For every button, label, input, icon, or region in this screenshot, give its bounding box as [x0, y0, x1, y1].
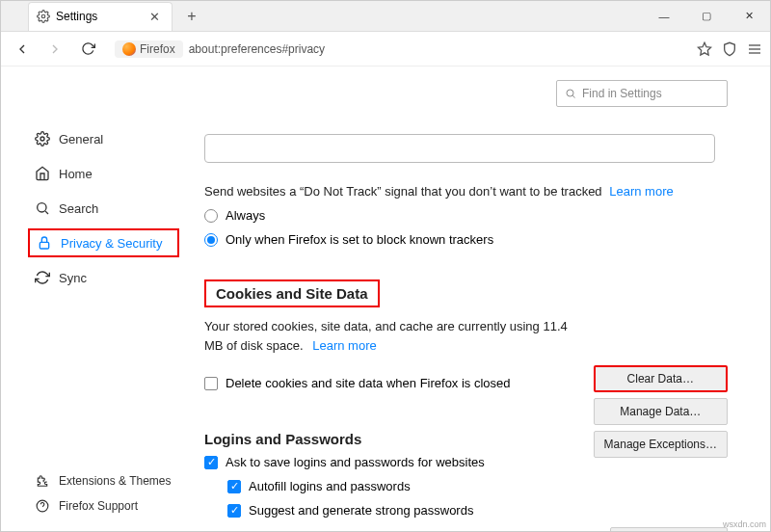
close-tab-icon[interactable]: ✕ — [146, 10, 164, 24]
search-icon — [34, 200, 51, 216]
minimize-button[interactable]: — — [643, 1, 685, 32]
back-button[interactable] — [9, 36, 36, 63]
sidebar-footer: Extensions & Themes Firefox Support — [28, 469, 177, 519]
toolbar: Firefox about:preferences#privacy — [1, 32, 770, 66]
home-icon — [34, 166, 51, 181]
url-text: about:preferences#privacy — [189, 42, 325, 56]
cookies-button-column: Clear Data… Manage Data… Manage Exceptio… — [594, 365, 728, 458]
suggest-passwords-checkbox[interactable]: ✓ Suggest and generate strong passwords — [227, 503, 728, 518]
sidebar-item-label: Search — [59, 201, 98, 216]
reload-button[interactable] — [74, 36, 101, 63]
radio-label: Always — [226, 208, 265, 223]
hamburger-menu-icon[interactable] — [747, 41, 762, 57]
search-icon — [565, 88, 576, 99]
dnt-option-always[interactable]: Always — [204, 208, 728, 223]
search-placeholder: Find in Settings — [582, 87, 662, 100]
firefox-icon — [122, 42, 136, 56]
site-identity[interactable]: Firefox — [115, 40, 183, 58]
svg-marker-1 — [698, 42, 710, 55]
checkbox-label: Autofill logins and passwords — [249, 479, 411, 493]
lock-icon — [36, 235, 53, 251]
identity-label: Firefox — [140, 42, 175, 56]
svg-line-12 — [572, 95, 574, 97]
dnt-option-only-known[interactable]: Only when Firefox is set to block known … — [204, 232, 728, 247]
exceptions-box — [204, 134, 715, 163]
sidebar-item-sync[interactable]: Sync — [28, 263, 179, 292]
sidebar-item-privacy-security[interactable]: Privacy & Security — [28, 228, 179, 257]
logins-button-column: Exceptions… Saved Logins… — [610, 527, 728, 531]
forward-button[interactable] — [41, 36, 68, 63]
sidebar-item-label: Sync — [59, 271, 87, 285]
dnt-learn-more-link[interactable]: Learn more — [609, 184, 673, 199]
maximize-button[interactable]: ▢ — [685, 1, 728, 32]
sidebar: General Home Search Privacy & Security S… — [1, 66, 189, 531]
autofill-checkbox[interactable]: ✓ Autofill logins and passwords — [227, 479, 728, 493]
checkbox-checked-icon: ✓ — [227, 504, 241, 518]
sidebar-item-label: Firefox Support — [59, 499, 138, 513]
highlight-box: Cookies and Site Data — [204, 279, 380, 307]
radio-unchecked-icon — [204, 209, 218, 223]
gear-icon — [34, 131, 51, 146]
puzzle-icon — [34, 474, 51, 488]
sidebar-item-label: General — [59, 132, 103, 146]
tab-settings[interactable]: Settings ✕ — [28, 2, 173, 31]
sidebar-item-label: Extensions & Themes — [59, 474, 172, 488]
button-label: Clear Data… — [627, 372, 694, 386]
sidebar-item-search[interactable]: Search — [28, 194, 179, 223]
window-controls: — ▢ ✕ — [643, 1, 770, 32]
tab-title: Settings — [56, 10, 97, 23]
checkbox-checked-icon: ✓ — [227, 480, 241, 493]
main-panel: Find in Settings Send websites a “Do Not… — [189, 66, 770, 531]
sidebar-item-label: Privacy & Security — [61, 236, 162, 251]
checkbox-checked-icon: ✓ — [204, 456, 218, 469]
checkbox-unchecked-icon — [204, 377, 218, 390]
sync-icon — [34, 270, 51, 285]
gear-icon — [37, 10, 50, 23]
sidebar-item-extensions[interactable]: Extensions & Themes — [28, 469, 177, 492]
checkbox-label: Suggest and generate strong passwords — [249, 503, 473, 518]
radio-checked-icon — [204, 233, 218, 247]
search-settings-input[interactable]: Find in Settings — [556, 80, 728, 107]
cookies-description: Your stored cookies, site data, and cach… — [204, 317, 580, 355]
bookmark-star-icon[interactable] — [697, 41, 712, 57]
section-cookies-title: Cookies and Site Data — [204, 279, 728, 307]
cookies-learn-more-link[interactable]: Learn more — [312, 338, 376, 353]
titlebar: Settings ✕ + — ▢ ✕ — [1, 1, 770, 32]
sidebar-item-general[interactable]: General — [28, 124, 179, 153]
dnt-text-label: Send websites a “Do Not Track” signal th… — [204, 184, 602, 199]
svg-point-6 — [38, 203, 46, 212]
logins-exceptions-button[interactable]: Exceptions… — [610, 527, 728, 531]
svg-point-11 — [567, 90, 573, 96]
svg-rect-8 — [40, 242, 48, 249]
sidebar-item-home[interactable]: Home — [28, 159, 179, 188]
button-label: Manage Exceptions… — [604, 438, 717, 451]
watermark: wsxdn.com — [723, 519, 766, 529]
clear-data-button[interactable]: Clear Data… — [594, 365, 728, 392]
svg-line-7 — [45, 211, 48, 214]
manage-exceptions-button[interactable]: Manage Exceptions… — [594, 431, 728, 458]
shield-icon[interactable] — [722, 41, 737, 57]
browser-window: Settings ✕ + — ▢ ✕ Firefox about:prefere… — [0, 0, 771, 532]
manage-data-button[interactable]: Manage Data… — [594, 398, 728, 425]
checkbox-label: Delete cookies and site data when Firefo… — [226, 376, 511, 390]
new-tab-button[interactable]: + — [178, 3, 205, 30]
logins-subchecks: ✓ Autofill logins and passwords ✓ Sugges… — [227, 479, 728, 518]
content-area: General Home Search Privacy & Security S… — [1, 66, 770, 531]
radio-label: Only when Firefox is set to block known … — [226, 232, 493, 247]
close-window-button[interactable]: ✕ — [728, 1, 770, 32]
sidebar-item-label: Home — [59, 167, 93, 181]
checkbox-label: Ask to save logins and passwords for web… — [226, 455, 485, 469]
dnt-description: Send websites a “Do Not Track” signal th… — [204, 184, 728, 199]
svg-point-0 — [41, 14, 45, 18]
cookies-desc-text: Your stored cookies, site data, and cach… — [204, 319, 568, 353]
address-bar[interactable]: Firefox about:preferences#privacy — [115, 40, 683, 58]
sidebar-item-support[interactable]: Firefox Support — [28, 494, 177, 518]
help-icon — [34, 499, 51, 513]
button-label: Manage Data… — [620, 405, 701, 418]
svg-point-5 — [40, 137, 44, 141]
